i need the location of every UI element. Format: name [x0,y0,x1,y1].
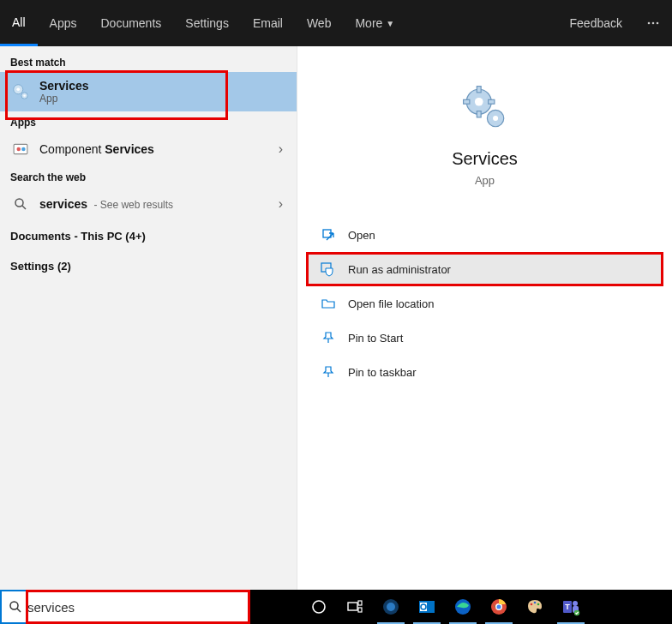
svg-point-1 [652,22,655,25]
chrome-icon [489,597,508,616]
taskbar-teams[interactable]: T [554,590,588,624]
search-input[interactable] [27,600,242,615]
preview-subtitle: App [475,174,495,187]
svg-point-36 [497,605,501,609]
svg-text:T: T [565,603,570,611]
pin-icon [321,330,336,345]
svg-point-38 [534,602,537,604]
svg-rect-15 [477,111,481,117]
cortana-icon [310,598,327,615]
filter-header: All Apps Documents Settings Email Web Mo… [0,0,672,46]
search-box[interactable] [0,590,250,624]
pin-icon [321,364,336,380]
section-web: Search the web [0,166,297,187]
tab-more[interactable]: More▼ [343,0,406,46]
svg-point-2 [657,22,659,25]
svg-rect-25 [348,603,357,610]
svg-line-11 [22,206,26,209]
open-icon [321,227,336,243]
folder-icon [321,296,336,311]
app-icon [381,597,400,616]
search-icon [10,194,31,214]
svg-point-42 [573,601,578,606]
taskbar-app-1[interactable] [374,590,408,624]
gears-icon [10,81,31,102]
svg-point-8 [17,147,21,152]
chevron-down-icon: ▼ [386,19,394,28]
svg-point-9 [21,147,26,152]
taskbar: T [250,590,672,624]
admin-shield-icon [321,261,336,277]
tab-all[interactable]: All [0,0,38,46]
outlook-icon [417,597,436,616]
action-pin-to-taskbar[interactable]: Pin to taskbar [306,355,663,389]
overflow-menu-button[interactable] [634,0,672,46]
feedback-link[interactable]: Feedback [558,0,634,46]
action-pin-to-start[interactable]: Pin to Start [306,321,663,355]
taskbar-task-view[interactable] [338,590,372,624]
tab-settings[interactable]: Settings [173,0,241,46]
svg-rect-14 [477,87,481,93]
dots-icon [646,16,660,30]
preview-title: Services [452,149,518,169]
svg-point-19 [493,116,498,121]
tab-email[interactable]: Email [241,0,295,46]
palette-icon [525,597,544,616]
result-settings-expander[interactable]: Settings (2) [0,251,297,281]
taskbar-paint[interactable] [518,590,552,624]
taskbar-row: T [0,590,672,624]
action-open[interactable]: Open [306,218,663,252]
search-icon [9,600,22,614]
taskbar-edge[interactable] [446,590,480,624]
component-icon [10,139,31,159]
taskbar-cortana[interactable] [302,590,336,624]
svg-point-39 [537,603,540,606]
svg-point-6 [23,94,25,96]
action-list: Open Run as administrator Open file loca… [306,218,663,389]
chevron-right-icon: › [279,196,283,212]
svg-point-37 [531,603,533,606]
svg-point-29 [387,603,395,611]
taskbar-outlook[interactable] [410,590,444,624]
tab-documents[interactable]: Documents [88,0,173,46]
svg-point-0 [648,22,651,25]
tab-web[interactable]: Web [295,0,344,46]
action-open-file-location[interactable]: Open file location [306,286,663,321]
svg-point-22 [10,602,18,609]
result-documents-expander[interactable]: Documents - This PC (4+) [0,221,297,251]
svg-point-10 [15,199,23,207]
teams-icon: T [561,597,580,616]
edge-icon [453,597,472,616]
svg-rect-27 [358,608,362,612]
section-apps: Apps [0,111,297,132]
svg-rect-16 [463,99,469,104]
taskbar-chrome[interactable] [482,590,516,624]
svg-line-23 [17,609,21,612]
result-component-services[interactable]: Component Services › [0,132,297,166]
result-web-services[interactable]: services - See web results › [0,187,297,221]
action-run-as-admin[interactable]: Run as administrator [306,252,663,286]
svg-rect-17 [488,99,494,104]
svg-point-24 [313,601,325,613]
preview-pane: Services App Open Run as administrator O… [297,46,672,590]
task-view-icon [346,598,363,615]
results-pane: Best match Services App Apps Component S… [0,46,297,590]
preview-app-icon [459,82,511,134]
tab-apps[interactable]: Apps [38,0,89,46]
svg-rect-26 [358,601,362,605]
section-best-match: Best match [0,51,297,72]
svg-point-13 [474,98,483,106]
svg-point-4 [16,87,20,91]
chevron-right-icon: › [279,141,283,157]
result-services-app[interactable]: Services App [0,72,297,111]
